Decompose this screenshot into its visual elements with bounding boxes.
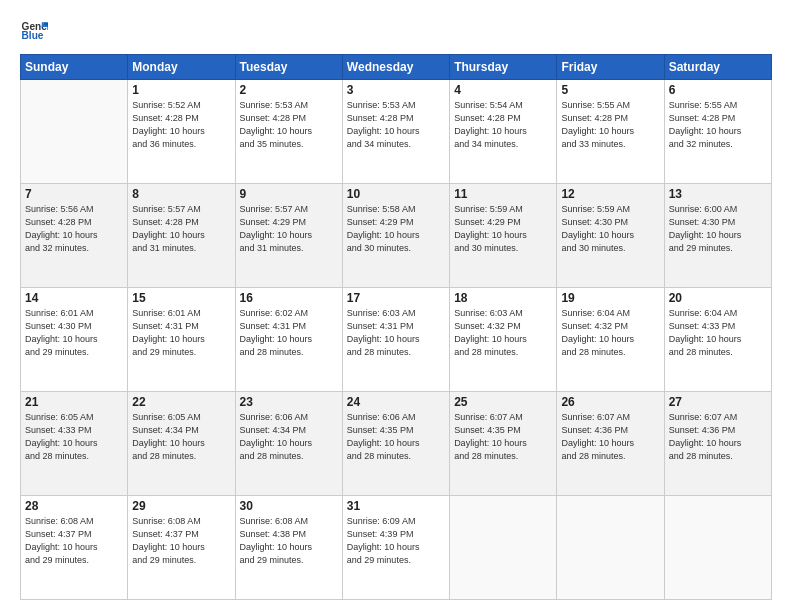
calendar-cell: 29Sunrise: 6:08 AM Sunset: 4:37 PM Dayli…: [128, 496, 235, 600]
day-info: Sunrise: 6:07 AM Sunset: 4:35 PM Dayligh…: [454, 411, 552, 463]
calendar-week-5: 28Sunrise: 6:08 AM Sunset: 4:37 PM Dayli…: [21, 496, 772, 600]
header: General Blue: [20, 16, 772, 44]
calendar-cell: 18Sunrise: 6:03 AM Sunset: 4:32 PM Dayli…: [450, 288, 557, 392]
day-info: Sunrise: 6:01 AM Sunset: 4:30 PM Dayligh…: [25, 307, 123, 359]
day-info: Sunrise: 5:55 AM Sunset: 4:28 PM Dayligh…: [669, 99, 767, 151]
day-number: 16: [240, 291, 338, 305]
calendar-cell: 21Sunrise: 6:05 AM Sunset: 4:33 PM Dayli…: [21, 392, 128, 496]
weekday-header-tuesday: Tuesday: [235, 55, 342, 80]
calendar-cell: [664, 496, 771, 600]
calendar-cell: 14Sunrise: 6:01 AM Sunset: 4:30 PM Dayli…: [21, 288, 128, 392]
calendar-cell: [557, 496, 664, 600]
calendar-cell: [450, 496, 557, 600]
calendar-cell: 22Sunrise: 6:05 AM Sunset: 4:34 PM Dayli…: [128, 392, 235, 496]
day-number: 29: [132, 499, 230, 513]
calendar-cell: 16Sunrise: 6:02 AM Sunset: 4:31 PM Dayli…: [235, 288, 342, 392]
day-number: 19: [561, 291, 659, 305]
day-info: Sunrise: 5:52 AM Sunset: 4:28 PM Dayligh…: [132, 99, 230, 151]
day-info: Sunrise: 6:07 AM Sunset: 4:36 PM Dayligh…: [669, 411, 767, 463]
calendar-cell: 17Sunrise: 6:03 AM Sunset: 4:31 PM Dayli…: [342, 288, 449, 392]
day-number: 8: [132, 187, 230, 201]
weekday-header-saturday: Saturday: [664, 55, 771, 80]
day-number: 13: [669, 187, 767, 201]
calendar-cell: [21, 80, 128, 184]
calendar-cell: 2Sunrise: 5:53 AM Sunset: 4:28 PM Daylig…: [235, 80, 342, 184]
day-info: Sunrise: 6:06 AM Sunset: 4:35 PM Dayligh…: [347, 411, 445, 463]
day-info: Sunrise: 5:58 AM Sunset: 4:29 PM Dayligh…: [347, 203, 445, 255]
day-info: Sunrise: 5:55 AM Sunset: 4:28 PM Dayligh…: [561, 99, 659, 151]
day-info: Sunrise: 6:06 AM Sunset: 4:34 PM Dayligh…: [240, 411, 338, 463]
day-info: Sunrise: 5:53 AM Sunset: 4:28 PM Dayligh…: [347, 99, 445, 151]
day-info: Sunrise: 6:04 AM Sunset: 4:32 PM Dayligh…: [561, 307, 659, 359]
calendar-cell: 31Sunrise: 6:09 AM Sunset: 4:39 PM Dayli…: [342, 496, 449, 600]
day-info: Sunrise: 6:05 AM Sunset: 4:34 PM Dayligh…: [132, 411, 230, 463]
calendar-cell: 3Sunrise: 5:53 AM Sunset: 4:28 PM Daylig…: [342, 80, 449, 184]
calendar-cell: 5Sunrise: 5:55 AM Sunset: 4:28 PM Daylig…: [557, 80, 664, 184]
day-info: Sunrise: 6:03 AM Sunset: 4:32 PM Dayligh…: [454, 307, 552, 359]
calendar-cell: 6Sunrise: 5:55 AM Sunset: 4:28 PM Daylig…: [664, 80, 771, 184]
day-number: 9: [240, 187, 338, 201]
day-info: Sunrise: 6:02 AM Sunset: 4:31 PM Dayligh…: [240, 307, 338, 359]
calendar-cell: 13Sunrise: 6:00 AM Sunset: 4:30 PM Dayli…: [664, 184, 771, 288]
day-number: 11: [454, 187, 552, 201]
calendar-table: SundayMondayTuesdayWednesdayThursdayFrid…: [20, 54, 772, 600]
day-number: 24: [347, 395, 445, 409]
day-number: 22: [132, 395, 230, 409]
weekday-header-monday: Monday: [128, 55, 235, 80]
calendar-cell: 15Sunrise: 6:01 AM Sunset: 4:31 PM Dayli…: [128, 288, 235, 392]
weekday-header-row: SundayMondayTuesdayWednesdayThursdayFrid…: [21, 55, 772, 80]
calendar-cell: 8Sunrise: 5:57 AM Sunset: 4:28 PM Daylig…: [128, 184, 235, 288]
day-number: 15: [132, 291, 230, 305]
calendar-cell: 30Sunrise: 6:08 AM Sunset: 4:38 PM Dayli…: [235, 496, 342, 600]
day-number: 4: [454, 83, 552, 97]
calendar-cell: 28Sunrise: 6:08 AM Sunset: 4:37 PM Dayli…: [21, 496, 128, 600]
calendar-week-4: 21Sunrise: 6:05 AM Sunset: 4:33 PM Dayli…: [21, 392, 772, 496]
day-number: 17: [347, 291, 445, 305]
calendar-week-3: 14Sunrise: 6:01 AM Sunset: 4:30 PM Dayli…: [21, 288, 772, 392]
day-number: 30: [240, 499, 338, 513]
day-info: Sunrise: 6:08 AM Sunset: 4:37 PM Dayligh…: [25, 515, 123, 567]
day-number: 10: [347, 187, 445, 201]
day-number: 21: [25, 395, 123, 409]
day-info: Sunrise: 6:03 AM Sunset: 4:31 PM Dayligh…: [347, 307, 445, 359]
day-info: Sunrise: 5:57 AM Sunset: 4:28 PM Dayligh…: [132, 203, 230, 255]
calendar-cell: 7Sunrise: 5:56 AM Sunset: 4:28 PM Daylig…: [21, 184, 128, 288]
day-info: Sunrise: 5:59 AM Sunset: 4:30 PM Dayligh…: [561, 203, 659, 255]
day-info: Sunrise: 6:05 AM Sunset: 4:33 PM Dayligh…: [25, 411, 123, 463]
calendar-cell: 24Sunrise: 6:06 AM Sunset: 4:35 PM Dayli…: [342, 392, 449, 496]
day-number: 6: [669, 83, 767, 97]
day-info: Sunrise: 6:08 AM Sunset: 4:38 PM Dayligh…: [240, 515, 338, 567]
calendar-cell: 27Sunrise: 6:07 AM Sunset: 4:36 PM Dayli…: [664, 392, 771, 496]
calendar-week-2: 7Sunrise: 5:56 AM Sunset: 4:28 PM Daylig…: [21, 184, 772, 288]
day-info: Sunrise: 5:54 AM Sunset: 4:28 PM Dayligh…: [454, 99, 552, 151]
day-info: Sunrise: 6:04 AM Sunset: 4:33 PM Dayligh…: [669, 307, 767, 359]
day-number: 14: [25, 291, 123, 305]
calendar-cell: 20Sunrise: 6:04 AM Sunset: 4:33 PM Dayli…: [664, 288, 771, 392]
day-info: Sunrise: 5:53 AM Sunset: 4:28 PM Dayligh…: [240, 99, 338, 151]
day-info: Sunrise: 5:59 AM Sunset: 4:29 PM Dayligh…: [454, 203, 552, 255]
calendar-cell: 4Sunrise: 5:54 AM Sunset: 4:28 PM Daylig…: [450, 80, 557, 184]
day-number: 26: [561, 395, 659, 409]
page: General Blue SundayMondayTuesdayWednesda…: [0, 0, 792, 612]
day-info: Sunrise: 5:57 AM Sunset: 4:29 PM Dayligh…: [240, 203, 338, 255]
calendar-cell: 12Sunrise: 5:59 AM Sunset: 4:30 PM Dayli…: [557, 184, 664, 288]
day-info: Sunrise: 6:01 AM Sunset: 4:31 PM Dayligh…: [132, 307, 230, 359]
weekday-header-sunday: Sunday: [21, 55, 128, 80]
calendar-week-1: 1Sunrise: 5:52 AM Sunset: 4:28 PM Daylig…: [21, 80, 772, 184]
day-info: Sunrise: 5:56 AM Sunset: 4:28 PM Dayligh…: [25, 203, 123, 255]
calendar-cell: 19Sunrise: 6:04 AM Sunset: 4:32 PM Dayli…: [557, 288, 664, 392]
day-info: Sunrise: 6:00 AM Sunset: 4:30 PM Dayligh…: [669, 203, 767, 255]
weekday-header-thursday: Thursday: [450, 55, 557, 80]
calendar-cell: 11Sunrise: 5:59 AM Sunset: 4:29 PM Dayli…: [450, 184, 557, 288]
weekday-header-wednesday: Wednesday: [342, 55, 449, 80]
day-number: 18: [454, 291, 552, 305]
day-number: 5: [561, 83, 659, 97]
calendar-cell: 23Sunrise: 6:06 AM Sunset: 4:34 PM Dayli…: [235, 392, 342, 496]
calendar-cell: 1Sunrise: 5:52 AM Sunset: 4:28 PM Daylig…: [128, 80, 235, 184]
weekday-header-friday: Friday: [557, 55, 664, 80]
day-info: Sunrise: 6:08 AM Sunset: 4:37 PM Dayligh…: [132, 515, 230, 567]
logo-icon: General Blue: [20, 16, 48, 44]
day-number: 3: [347, 83, 445, 97]
calendar-cell: 9Sunrise: 5:57 AM Sunset: 4:29 PM Daylig…: [235, 184, 342, 288]
logo: General Blue: [20, 16, 52, 44]
